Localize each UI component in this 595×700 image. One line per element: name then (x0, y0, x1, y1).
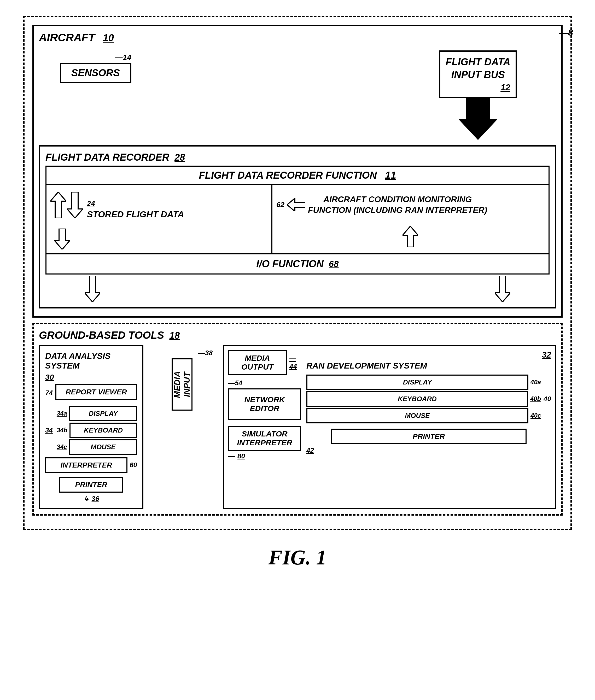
svg-marker-2 (54, 228, 70, 249)
fdr-content-row: 24 STORED FLIGHT DATA (47, 185, 548, 253)
das-io-ref: 34 (45, 426, 53, 435)
stored-flight-data-label: STORED FLIGHT DATA (87, 209, 184, 219)
sfd-ref-label: 24 (87, 200, 184, 208)
fdr-label: FLIGHT DATA RECORDER (46, 152, 169, 163)
io-function-row: I/O FUNCTION 68 (47, 253, 548, 274)
fdr-down-arrow-left (85, 276, 100, 302)
svg-marker-4 (402, 226, 418, 247)
media-output-box: MEDIA OUTPUT (228, 350, 287, 375)
media-input-box: MEDIA INPUT (172, 358, 193, 411)
display-40a-box: DISPLAY (306, 374, 529, 390)
simulator-ref: 80 (237, 452, 245, 460)
svg-marker-3 (287, 198, 305, 211)
keyboard-40b-ref: 40b (530, 395, 541, 402)
fdr-box: FLIGHT DATA RECORDER 28 FLIGHT DATA RECO… (39, 145, 556, 308)
das-box: DATA ANALYSIS SYSTEM 30 74 REPORT VIEWER (39, 345, 143, 509)
mouse-40c-box: MOUSE (306, 408, 529, 423)
printer-das-box: PRINTER (59, 477, 123, 493)
svg-marker-0 (50, 192, 66, 218)
fig-label: FIG. 1 (268, 545, 327, 569)
report-viewer-ref: 74 (45, 389, 53, 397)
ground-label: GROUND-BASED TOOLS (39, 329, 164, 341)
mouse-34c-ref: 34c (57, 443, 67, 451)
network-editor-box: NETWORK EDITOR (228, 388, 301, 420)
fdr-down-arrow-right (495, 276, 510, 302)
das-ref: 30 (45, 373, 54, 382)
sensors-ref-label: —14 (115, 53, 131, 62)
report-viewer-box: REPORT VIEWER (55, 384, 137, 400)
mouse-34c-box: MOUSE (69, 439, 137, 455)
simulator-interpreter-box: SIMULATOR INTERPRETER (228, 426, 301, 451)
network-editor-ref: —54 (228, 379, 301, 387)
acmf-label: AIRCRAFT CONDITION MONITORING FUNCTION (… (308, 194, 487, 216)
fdib-box: FLIGHT DATA INPUT BUS 12 (439, 50, 517, 98)
interpreter-ref: 60 (130, 461, 137, 469)
right-ground-section: MEDIA OUTPUT —44 —54 NETWORK EDITOR SIMU… (223, 345, 556, 509)
svg-marker-5 (85, 276, 100, 302)
fdr-ref: 28 (174, 152, 185, 163)
printer-das-ref: 36 (92, 495, 99, 503)
printer-ran-box: PRINTER (331, 429, 527, 444)
keyboard-40b-box: KEYBOARD (306, 391, 528, 407)
page-wrapper: —8 AIRCRAFT 10 —14 SENSORS (23, 16, 572, 569)
double-arrow-left (50, 192, 83, 219)
ran-io-ref: 40 (543, 395, 551, 403)
interpreter-box: INTERPRETER (45, 457, 128, 473)
fdr-function-box: FLIGHT DATA RECORDER FUNCTION 11 (46, 166, 549, 275)
aircraft-box: AIRCRAFT 10 —14 SENSORS FLIGHT DATA IN (32, 25, 563, 317)
fdr-right-col: 62 AIRCRAFT CONDITION MONITORING FUNCTIO… (273, 185, 548, 253)
aircraft-label: AIRCRAFT (39, 31, 95, 44)
aircraft-ref: 10 (103, 32, 114, 44)
ground-based-tools-box: GROUND-BASED TOOLS 18 DATA ANALYSIS SYST… (32, 323, 563, 515)
display-40a-ref: 40a (531, 379, 541, 386)
svg-marker-6 (495, 276, 510, 302)
fdr-function-header: FLIGHT DATA RECORDER FUNCTION 11 (47, 167, 548, 185)
printer-ran-ref: 42 (306, 446, 314, 454)
display-34a-box: DISPLAY (69, 406, 137, 421)
outer-dashed-box: —8 AIRCRAFT 10 —14 SENSORS (23, 16, 572, 530)
fdib-arrow-down (458, 98, 498, 140)
media-output-ref: —44 (289, 355, 301, 371)
svg-marker-1 (67, 192, 83, 218)
acmf-ref: 62 (276, 201, 284, 209)
media-input-ref: —38 (198, 349, 213, 357)
fdr-left-col: 24 STORED FLIGHT DATA (47, 185, 273, 253)
ground-ref: 18 (169, 330, 180, 341)
sensors-box: SENSORS (60, 63, 132, 83)
media-input-section: —38 MEDIA INPUT (147, 345, 217, 509)
mouse-40c-ref: 40c (531, 412, 541, 419)
keyboard-34b-box: KEYBOARD (69, 423, 137, 438)
display-34a-ref: 34a (57, 410, 67, 417)
keyboard-34b-ref: 34b (57, 426, 67, 434)
ran-dev-section: 32 RAN DEVELOPMENT SYSTEM DISPLAY 40a (306, 350, 551, 504)
